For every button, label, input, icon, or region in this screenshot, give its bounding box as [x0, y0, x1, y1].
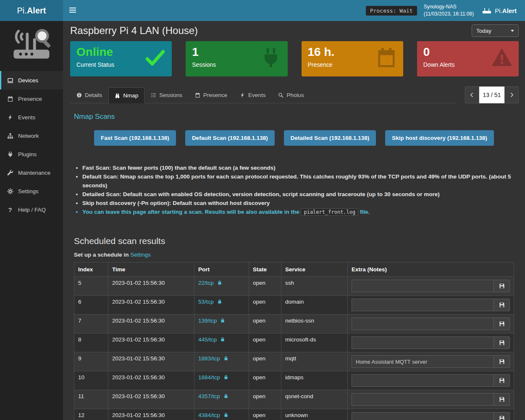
plug-icon — [260, 47, 282, 68]
table-row: 102023-01-02 15:56:301884/tcpopenidmaps — [74, 371, 514, 390]
page-head: Raspberry Pi 4 LAN (House) Today — [70, 24, 519, 37]
note-input[interactable] — [352, 374, 494, 387]
sidebar-item-help-faq[interactable]: ?Help / FAQ — [0, 200, 63, 219]
fast-scan-button[interactable]: Fast Scan (192.168.1.138) — [94, 130, 176, 146]
save-note-button[interactable] — [494, 412, 510, 420]
sidebar-item-presence[interactable]: Presence — [0, 89, 63, 108]
note-input[interactable] — [352, 336, 494, 349]
cell-time: 2023-01-02 15:56:30 — [108, 296, 194, 315]
network-icon — [6, 133, 14, 139]
cell-time: 2023-01-02 15:56:30 — [108, 352, 194, 371]
port-link[interactable]: 1883/tcp — [198, 355, 220, 362]
cell-note — [348, 315, 514, 333]
save-note-button[interactable] — [494, 299, 510, 311]
save-note-button[interactable] — [494, 336, 510, 349]
server-time: (11/03/2023, 16:11:08) — [424, 10, 474, 18]
app-logo[interactable]: Pi.Alert — [0, 0, 63, 21]
page-title: Raspberry Pi 4 LAN (House) — [70, 25, 198, 37]
sidebar-item-devices[interactable]: Devices — [0, 71, 63, 89]
table-row: 122023-01-02 15:56:304384/tcpopenunknown — [74, 409, 514, 420]
cell-service: netbios-ssn — [281, 315, 348, 333]
prev-device-button[interactable] — [465, 87, 479, 103]
port-link[interactable]: 22/tcp — [198, 280, 214, 286]
scan-note: Fast Scan: Scan fewer ports (100) than t… — [82, 163, 514, 172]
top-header: Pi.Alert Process: Wait Synology-NAS (11/… — [0, 0, 525, 21]
column-header-index: Index — [74, 262, 108, 277]
port-link[interactable]: 139/tcp — [198, 318, 217, 324]
cell-note — [348, 390, 514, 409]
status-cards: OnlineCurrent Status1Sessions16 h.Presen… — [70, 41, 519, 76]
cell-state: open — [249, 333, 281, 352]
cell-time: 2023-01-02 15:56:30 — [108, 409, 194, 420]
period-select[interactable]: Today — [472, 24, 519, 37]
note-input[interactable] — [352, 355, 494, 368]
floppy-icon — [499, 415, 505, 420]
note-input[interactable] — [352, 280, 494, 292]
save-note-button[interactable] — [494, 374, 510, 387]
floppy-icon — [499, 283, 505, 289]
scan-note: Skip host discovery (-Pn option): Defaul… — [82, 199, 514, 207]
router-icon — [482, 7, 491, 14]
port-link[interactable]: 4357/tcp — [198, 393, 220, 399]
cell-port: 445/tcp — [194, 333, 249, 352]
floppy-icon — [499, 359, 505, 365]
save-note-button[interactable] — [494, 280, 510, 292]
cell-note — [348, 296, 514, 315]
port-link[interactable]: 1884/tcp — [198, 374, 220, 381]
save-note-button[interactable] — [494, 318, 510, 330]
settings-link[interactable]: Settings — [130, 252, 151, 258]
cell-port: 53/tcp — [194, 296, 249, 315]
tab-sessions[interactable]: Sessions — [144, 87, 189, 103]
sidebar-item-maintenance[interactable]: Maintenance — [0, 163, 63, 182]
port-link[interactable]: 445/tcp — [198, 336, 217, 343]
floppy-icon — [499, 340, 505, 346]
lock-icon — [220, 337, 225, 343]
schedule-prefix: Set up a schedule in — [74, 252, 130, 258]
note-input[interactable] — [352, 393, 494, 406]
skip-host-discovery-button[interactable]: Skip host discovery (192.168.1.138) — [385, 130, 494, 146]
note-input[interactable] — [352, 412, 494, 420]
tab-nmap[interactable]: Nmap — [108, 87, 144, 103]
sidebar-item-label: Settings — [18, 188, 39, 194]
tab-events[interactable]: Events — [234, 87, 272, 103]
note-input[interactable] — [352, 299, 494, 311]
status-card-down-alerts: 0Down Alerts — [417, 41, 519, 76]
sidebar-item-plugins[interactable]: Plugins — [0, 145, 63, 163]
default-scan-button[interactable]: Default Scan (192.168.1.138) — [185, 130, 275, 146]
scan-note: Detailed Scan: Default scan with enabled… — [82, 190, 514, 199]
sidebar-item-label: Devices — [18, 77, 38, 84]
next-device-button[interactable] — [504, 87, 519, 103]
tab-presence[interactable]: Presence — [189, 87, 234, 103]
log-note-text: You can leave this page after starting a… — [82, 209, 301, 215]
device-pagination: 13 / 51 — [465, 87, 519, 103]
sidebar-item-label: Plugins — [18, 151, 37, 158]
cell-service: mqtt — [281, 352, 348, 371]
hamburger-menu-button[interactable] — [63, 0, 82, 21]
sidebar-item-network[interactable]: Network — [0, 126, 63, 145]
search-icon — [278, 92, 284, 98]
sidebar-menu: DevicesPresenceEventsNetworkPluginsMaint… — [0, 71, 63, 219]
save-note-button[interactable] — [494, 393, 510, 406]
lock-icon — [217, 299, 222, 305]
sidebar-item-settings[interactable]: Settings — [0, 182, 63, 200]
save-note-button[interactable] — [494, 355, 510, 368]
cell-time: 2023-01-02 15:56:30 — [108, 315, 194, 333]
cell-time: 2023-01-02 15:56:30 — [108, 277, 194, 296]
port-link[interactable]: 53/tcp — [198, 299, 214, 305]
note-input[interactable] — [352, 318, 494, 330]
cell-state: open — [249, 352, 281, 371]
tab-details[interactable]: Details — [70, 87, 108, 103]
nmap-section: Nmap Scans Fast Scan (192.168.1.138)Defa… — [70, 113, 519, 217]
cell-state: open — [249, 371, 281, 390]
info-icon — [76, 92, 82, 98]
tab-pholus[interactable]: Pholus — [272, 87, 310, 103]
status-card-presence: 16 h.Presence — [302, 41, 403, 76]
cell-port: 1883/tcp — [194, 352, 249, 371]
sidebar-item-events[interactable]: Events — [0, 108, 63, 126]
sidebar-item-label: Maintenance — [18, 170, 50, 176]
port-link[interactable]: 4384/tcp — [198, 412, 220, 418]
detailed-scan-button[interactable]: Detailed Scan (192.168.1.138) — [284, 130, 376, 146]
cell-index: 8 — [74, 333, 108, 352]
tab-label: Events — [248, 92, 265, 98]
scan-notes: Fast Scan: Scan fewer ports (100) than t… — [74, 163, 514, 217]
